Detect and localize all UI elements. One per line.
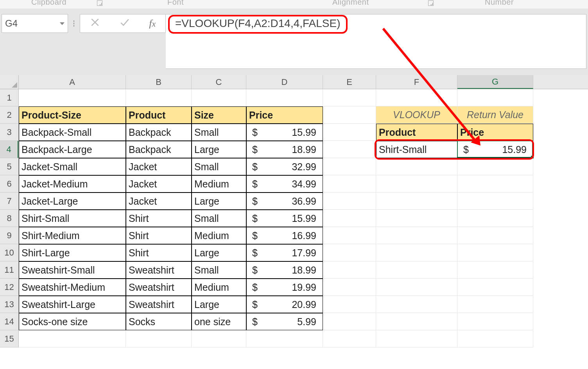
cell-F9[interactable]: [376, 227, 457, 244]
cell-D13[interactable]: $20.99: [246, 296, 323, 313]
cell-D6[interactable]: $34.99: [246, 175, 323, 193]
cell-A3[interactable]: Backpack-Small: [19, 124, 126, 141]
row-header-6[interactable]: 6: [0, 175, 18, 193]
cell-G9[interactable]: [457, 227, 533, 244]
cell-B15[interactable]: [126, 330, 192, 347]
cell-D12[interactable]: $19.99: [246, 279, 323, 296]
cell-B10[interactable]: Shirt: [126, 244, 192, 261]
cell-E1[interactable]: [323, 89, 376, 106]
cell-D4[interactable]: $18.99: [246, 141, 323, 158]
cell-C11[interactable]: Small: [192, 261, 246, 279]
cell-A15[interactable]: [19, 330, 126, 347]
cell-D14[interactable]: $5.99: [246, 313, 323, 330]
cell-A10[interactable]: Shirt-Large: [19, 244, 126, 261]
cell-E15[interactable]: [323, 330, 376, 347]
cell-A7[interactable]: Jacket-Large: [19, 193, 126, 210]
dialog-launcher-icon[interactable]: [97, 0, 102, 6]
row-headers[interactable]: 123456789101112131415: [0, 89, 19, 347]
select-all-corner[interactable]: [0, 75, 19, 89]
cell-A8[interactable]: Shirt-Small: [19, 210, 126, 227]
cell-A1[interactable]: [19, 89, 126, 106]
cell-E5[interactable]: [323, 158, 376, 175]
cell-D8[interactable]: $15.99: [246, 210, 323, 227]
cell-A11[interactable]: Sweatshirt-Small: [19, 261, 126, 279]
cell-D1[interactable]: [246, 89, 323, 106]
cell-C14[interactable]: one size: [192, 313, 246, 330]
column-header-G[interactable]: G: [457, 75, 533, 89]
cell-G4[interactable]: $15.99: [457, 141, 533, 158]
cell-C8[interactable]: Small: [192, 210, 246, 227]
cell-C9[interactable]: Medium: [192, 227, 246, 244]
row-header-12[interactable]: 12: [0, 279, 18, 296]
cell-F3[interactable]: Product: [376, 124, 457, 141]
cell-F8[interactable]: [376, 210, 457, 227]
cell-D15[interactable]: [246, 330, 323, 347]
cell-C10[interactable]: Large: [192, 244, 246, 261]
cell-A13[interactable]: Sweatshirt-Large: [19, 296, 126, 313]
fx-icon[interactable]: fx: [149, 18, 156, 29]
row-header-7[interactable]: 7: [0, 193, 18, 210]
cell-G6[interactable]: [457, 175, 533, 193]
cell-D11[interactable]: $18.99: [246, 261, 323, 279]
cell-F5[interactable]: [376, 158, 457, 175]
cell-E9[interactable]: [323, 227, 376, 244]
row-header-10[interactable]: 10: [0, 244, 18, 261]
spreadsheet-grid[interactable]: ABCDEFG 123456789101112131415 Product-Si…: [0, 75, 588, 369]
column-header-E[interactable]: E: [323, 75, 376, 89]
cell-C4[interactable]: Large: [192, 141, 246, 158]
cell-E13[interactable]: [323, 296, 376, 313]
cell-G10[interactable]: [457, 244, 533, 261]
cell-B2[interactable]: Product: [126, 106, 192, 124]
row-header-11[interactable]: 11: [0, 261, 18, 279]
cell-F11[interactable]: [376, 261, 457, 279]
cell-E8[interactable]: [323, 210, 376, 227]
cell-D2[interactable]: Price: [246, 106, 323, 124]
cell-C2[interactable]: Size: [192, 106, 246, 124]
cell-G8[interactable]: [457, 210, 533, 227]
cell-A5[interactable]: Jacket-Small: [19, 158, 126, 175]
cell-C5[interactable]: Small: [192, 158, 246, 175]
cell-C1[interactable]: [192, 89, 246, 106]
cell-E10[interactable]: [323, 244, 376, 261]
row-header-13[interactable]: 13: [0, 296, 18, 313]
cell-E7[interactable]: [323, 193, 376, 210]
cell-C6[interactable]: Medium: [192, 175, 246, 193]
cell-F15[interactable]: [376, 330, 457, 347]
cell-E12[interactable]: [323, 279, 376, 296]
cell-F12[interactable]: [376, 279, 457, 296]
cell-F14[interactable]: [376, 313, 457, 330]
column-header-F[interactable]: F: [376, 75, 457, 89]
chevron-down-icon[interactable]: [60, 22, 65, 25]
dialog-launcher-icon[interactable]: [428, 0, 434, 6]
row-header-3[interactable]: 3: [0, 124, 18, 141]
row-header-14[interactable]: 14: [0, 313, 18, 330]
cell-B13[interactable]: Sweatshirt: [126, 296, 192, 313]
cell-D9[interactable]: $16.99: [246, 227, 323, 244]
column-header-B[interactable]: B: [126, 75, 192, 89]
cell-D5[interactable]: $32.99: [246, 158, 323, 175]
cells-area[interactable]: Product-SizeProductSizePriceVLOOKUPRetur…: [19, 89, 588, 347]
column-header-C[interactable]: C: [192, 75, 246, 89]
column-header-A[interactable]: A: [19, 75, 126, 89]
cell-G1[interactable]: [457, 89, 533, 106]
row-header-15[interactable]: 15: [0, 330, 18, 347]
row-header-1[interactable]: 1: [0, 89, 18, 106]
cell-F6[interactable]: [376, 175, 457, 193]
cell-B12[interactable]: Sweatshirt: [126, 279, 192, 296]
cell-C12[interactable]: Medium: [192, 279, 246, 296]
cell-A9[interactable]: Shirt-Medium: [19, 227, 126, 244]
name-box[interactable]: G4: [2, 14, 68, 33]
cell-G7[interactable]: [457, 193, 533, 210]
cell-C15[interactable]: [192, 330, 246, 347]
cell-E11[interactable]: [323, 261, 376, 279]
split-handle[interactable]: [68, 14, 80, 33]
cancel-icon[interactable]: [90, 17, 100, 30]
cell-B11[interactable]: Sweatshirt: [126, 261, 192, 279]
cell-B9[interactable]: Shirt: [126, 227, 192, 244]
cell-F7[interactable]: [376, 193, 457, 210]
cell-C13[interactable]: Large: [192, 296, 246, 313]
enter-icon[interactable]: [120, 17, 130, 30]
cell-G11[interactable]: [457, 261, 533, 279]
row-header-9[interactable]: 9: [0, 227, 18, 244]
cell-E6[interactable]: [323, 175, 376, 193]
